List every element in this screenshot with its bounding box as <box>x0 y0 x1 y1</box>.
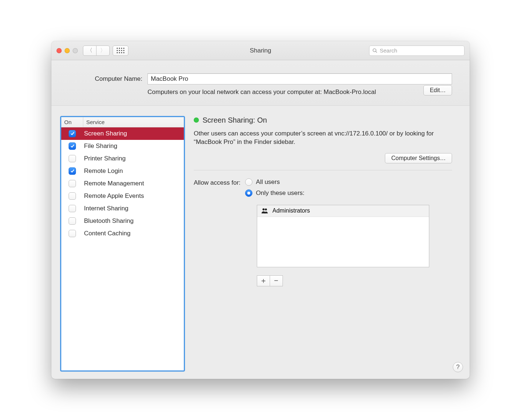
check-icon <box>70 144 75 148</box>
computer-settings-button[interactable]: Computer Settings… <box>385 153 452 163</box>
minus-icon: − <box>274 276 278 285</box>
sharing-preferences-window: 〈 〉 Sharing Search Computer Name: <box>51 41 470 379</box>
status-row: Screen Sharing: On <box>194 116 452 124</box>
radio-only-these-row[interactable]: Only these users: <box>245 189 429 197</box>
chevron-right-icon: 〉 <box>100 47 106 54</box>
help-button[interactable]: ? <box>453 362 463 372</box>
main-area: On Service Screen SharingFile SharingPri… <box>51 106 470 379</box>
service-row[interactable]: File Sharing <box>61 140 184 152</box>
col-service: Service <box>83 117 184 127</box>
divider <box>194 170 452 170</box>
service-name: Internet Sharing <box>83 205 184 212</box>
users-icon <box>261 207 269 214</box>
local-network-access-text: Computers on your local network can acce… <box>147 88 418 97</box>
radio-only-these-users[interactable] <box>245 189 252 197</box>
radio-all-users-row[interactable]: All users <box>245 178 429 186</box>
services-list[interactable]: On Service Screen SharingFile SharingPri… <box>60 116 185 372</box>
chevron-left-icon: 〈 <box>87 47 92 54</box>
service-checkbox[interactable] <box>69 167 76 175</box>
computer-name-field[interactable] <box>147 73 452 84</box>
service-checkbox[interactable] <box>69 142 76 150</box>
service-row[interactable]: Bluetooth Sharing <box>61 215 184 227</box>
service-detail: Screen Sharing: On Other users can acces… <box>194 116 452 372</box>
user-row[interactable]: Administrators <box>257 205 429 217</box>
svg-point-1 <box>265 209 267 211</box>
svg-point-0 <box>262 209 265 211</box>
service-row[interactable]: Remote Login <box>61 165 184 177</box>
service-row[interactable]: Screen Sharing <box>61 127 184 140</box>
remove-user-button[interactable]: − <box>270 275 283 286</box>
radio-only-these-label: Only these users: <box>256 189 305 197</box>
service-name: Screen Sharing <box>83 130 184 137</box>
service-checkbox[interactable] <box>69 217 76 225</box>
users-list[interactable]: Administrators <box>257 205 429 267</box>
service-name: File Sharing <box>83 142 184 150</box>
zoom-button[interactable] <box>73 48 78 53</box>
services-rows: Screen SharingFile SharingPrinter Sharin… <box>61 127 184 370</box>
service-row[interactable]: Remote Apple Events <box>61 190 184 202</box>
search-input[interactable]: Search <box>369 46 464 56</box>
status-title: Screen Sharing: On <box>203 116 267 124</box>
col-on: On <box>61 117 83 127</box>
service-name: Remote Management <box>83 180 184 187</box>
minimize-button[interactable] <box>65 48 70 53</box>
back-button[interactable]: 〈 <box>83 46 96 56</box>
close-button[interactable] <box>57 48 62 53</box>
search-icon <box>372 48 378 53</box>
plus-icon: ＋ <box>260 276 267 286</box>
computer-name-label: Computer Name: <box>69 75 142 83</box>
computer-name-section: Computer Name: Computers on your local n… <box>51 60 470 106</box>
service-name: Printer Sharing <box>83 155 184 162</box>
service-row[interactable]: Printer Sharing <box>61 152 184 165</box>
add-remove-buttons: ＋ − <box>257 275 429 286</box>
help-icon: ? <box>456 363 459 371</box>
service-checkbox[interactable] <box>69 192 76 200</box>
service-name: Remote Apple Events <box>83 192 184 200</box>
grid-icon <box>117 48 124 53</box>
service-name: Bluetooth Sharing <box>83 217 184 225</box>
service-name: Content Caching <box>83 230 184 237</box>
check-icon <box>70 169 75 173</box>
service-checkbox[interactable] <box>69 205 76 212</box>
access-section: Allow access for: All users Only these u… <box>194 178 452 286</box>
nav-buttons: 〈 〉 <box>83 46 110 56</box>
service-checkbox[interactable] <box>69 180 76 187</box>
allow-access-label: Allow access for: <box>194 178 241 286</box>
show-all-button[interactable] <box>113 46 128 56</box>
titlebar: 〈 〉 Sharing Search <box>51 41 470 60</box>
service-checkbox[interactable] <box>69 230 76 237</box>
window-controls <box>57 48 78 53</box>
service-row[interactable]: Remote Management <box>61 177 184 190</box>
radio-all-users[interactable] <box>245 178 252 186</box>
service-row[interactable]: Internet Sharing <box>61 202 184 215</box>
service-checkbox[interactable] <box>69 130 76 137</box>
service-name: Remote Login <box>83 167 184 175</box>
status-description: Other users can access your computer’s s… <box>194 130 452 146</box>
service-row[interactable]: Content Caching <box>61 227 184 240</box>
user-name: Administrators <box>273 207 310 214</box>
edit-button[interactable]: Edit… <box>423 85 452 95</box>
status-indicator-icon <box>194 117 199 123</box>
service-checkbox[interactable] <box>69 155 76 162</box>
forward-button[interactable]: 〉 <box>96 46 110 56</box>
radio-all-users-label: All users <box>256 178 280 186</box>
check-icon <box>70 131 75 136</box>
add-user-button[interactable]: ＋ <box>257 275 270 286</box>
search-placeholder: Search <box>380 47 397 54</box>
services-header: On Service <box>61 117 184 127</box>
